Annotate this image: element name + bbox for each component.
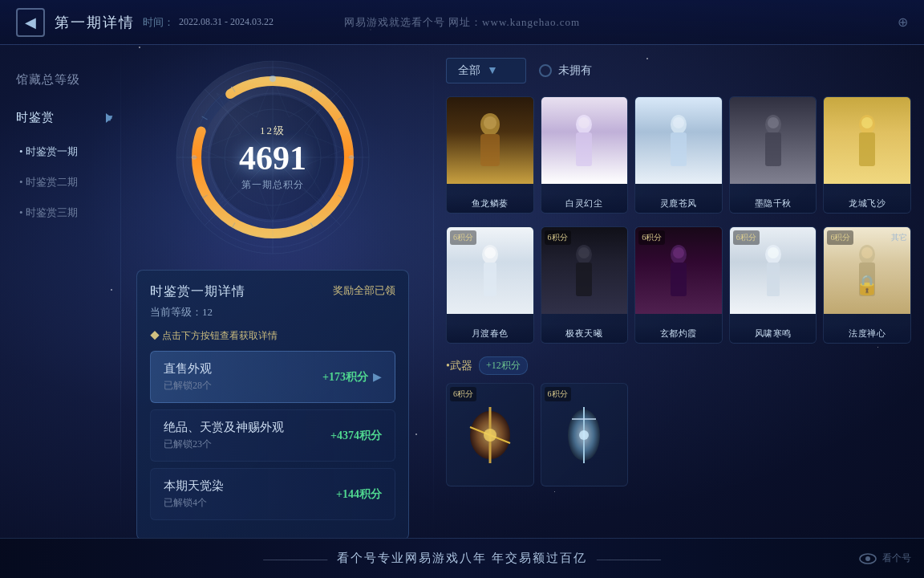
costume-name-fadu: 法度禅心 xyxy=(824,324,910,343)
weapon2-img xyxy=(556,403,612,467)
filter-dropdown[interactable]: 全部 ▼ xyxy=(446,58,526,83)
weapon-section-header: •武器 +12积分 xyxy=(446,356,911,375)
weapon1-points: 6积分 xyxy=(450,387,476,401)
svg-rect-50 xyxy=(767,263,780,296)
header-subtitle-prefix: 时间： xyxy=(143,15,174,30)
svg-rect-29 xyxy=(576,132,592,166)
svg-point-62 xyxy=(579,430,589,440)
svg-point-48 xyxy=(673,247,684,258)
cat-premium-sub: 已解锁23个 xyxy=(164,438,284,451)
svg-rect-47 xyxy=(671,263,687,296)
weapon-points-badge: +12积分 xyxy=(479,356,528,375)
weapon1-img xyxy=(462,403,518,467)
costume-grid-row2: 6积分 月渡春色 6积分 极夜天曦 xyxy=(446,226,911,344)
banner-divider-right: ————— xyxy=(597,552,661,566)
weapon-card-1[interactable]: 6积分 xyxy=(446,383,534,486)
costume-card-longcheng[interactable]: 龙城飞沙 xyxy=(823,96,911,214)
cat-direct-sub: 已解锁28个 xyxy=(164,379,212,393)
costume-card-fengxiao[interactable]: 6积分 风啸寒鸣 xyxy=(729,226,817,344)
costume-card-yuedu[interactable]: 6积分 月渡春色 xyxy=(446,226,534,344)
costume-img-linglu xyxy=(635,97,722,184)
weapon-grid: 6积分 6积分 xyxy=(446,383,911,486)
logo-text: 看个号 xyxy=(882,552,911,565)
svg-point-58 xyxy=(484,429,496,442)
bottom-banner: ————— 看个号专业网易游戏八年 年交易额过百亿 ————— 看个号 xyxy=(0,538,924,578)
weapon-title: •武器 xyxy=(446,359,472,373)
svg-point-33 xyxy=(673,117,684,128)
page-title: 第一期详情 xyxy=(55,13,135,32)
costume-card-fadu[interactable]: 6积分 🔒 其它 法度禅心 xyxy=(823,226,911,344)
svg-point-36 xyxy=(768,117,779,128)
header: ◀ 第一期详情 时间： 2022.08.31 - 2024.03.22 网易游戏… xyxy=(0,0,924,45)
cat-direct-arrow: ▶ xyxy=(373,370,382,384)
costume-name-jiye: 极夜天曦 xyxy=(541,324,628,343)
costume-name-bailing: 白灵幻尘 xyxy=(541,194,628,213)
svg-rect-38 xyxy=(859,132,875,166)
svg-point-64 xyxy=(865,556,870,561)
sidebar-item-museum[interactable]: 馆藏总等级 xyxy=(0,61,120,99)
category-direct-sale[interactable]: 直售外观 已解锁28个 +173积分 ▶ xyxy=(150,351,395,403)
svg-point-45 xyxy=(578,247,590,258)
sidebar-sub-period1[interactable]: 时鉴赏一期 xyxy=(0,136,120,167)
lock-icon: 🔒 xyxy=(855,274,879,296)
other-label: 其它 xyxy=(891,232,907,243)
costume-name-yuedu: 月渡春色 xyxy=(447,324,533,343)
costume-card-bailing[interactable]: 白灵幻尘 xyxy=(541,96,629,214)
sidebar: 馆藏总等级 时鉴赏 ▼ 时鉴赏一期 时鉴赏二期 时鉴赏三期 xyxy=(0,45,120,538)
cat-direct-points: +173积分 xyxy=(322,370,368,385)
back-button[interactable]: ◀ xyxy=(16,8,45,37)
filter-toggle[interactable]: 未拥有 xyxy=(539,63,592,78)
svg-rect-44 xyxy=(576,263,592,296)
costume-name-yulong: 鱼龙鳞蒌 xyxy=(447,194,533,213)
sidebar-sub-period3[interactable]: 时鉴赏三期 xyxy=(0,197,120,228)
costume-img-moyin xyxy=(730,97,817,184)
costume-card-jiye[interactable]: 6积分 极夜天曦 xyxy=(541,226,629,344)
svg-rect-26 xyxy=(480,134,500,166)
weapon-card-2[interactable]: 6积分 xyxy=(541,383,629,486)
costume-card-xuandu[interactable]: 6积分 玄都灼霞 xyxy=(634,226,723,344)
cat-direct-name: 直售外观 xyxy=(164,361,212,377)
svg-point-27 xyxy=(484,116,496,129)
sidebar-sub-period2[interactable]: 时鉴赏二期 xyxy=(0,167,120,197)
costume-img-bailing xyxy=(541,97,628,184)
costume-img-longcheng xyxy=(824,97,910,184)
category-seasonal-dye[interactable]: 本期天觉染 已解锁4个 +144积分 xyxy=(150,468,395,520)
banner-divider-left: ————— xyxy=(263,552,327,566)
svg-point-39 xyxy=(861,117,873,128)
costume-card-yulong[interactable]: 鱼龙鳞蒌 xyxy=(446,96,534,214)
svg-rect-32 xyxy=(671,132,687,166)
cat-direct-left: 直售外观 已解锁28个 xyxy=(164,361,212,393)
weapon2-points: 6积分 xyxy=(545,387,571,401)
cat-premium-left: 绝品、天赏及神赐外观 已解锁23个 xyxy=(164,420,284,451)
costume-img-yulong xyxy=(447,97,533,184)
toggle-label: 未拥有 xyxy=(558,63,592,78)
svg-rect-35 xyxy=(765,132,781,166)
filter-row: 全部 ▼ 未拥有 xyxy=(446,58,911,83)
header-dates: 2022.08.31 - 2024.03.22 xyxy=(179,16,274,28)
center-panel: 12级 4691 第一期总积分 时鉴赏一期详情 奖励全部已领 当前等级：12 点… xyxy=(120,45,425,538)
costume-grid-row1: 鱼龙鳞蒌 白灵幻尘 灵鹿苍风 xyxy=(446,96,911,214)
dropdown-arrow-icon: ▼ xyxy=(487,64,498,77)
costume-card-linglu[interactable]: 灵鹿苍风 xyxy=(634,96,723,214)
cat-premium-points: +4374积分 xyxy=(330,429,382,443)
svg-point-42 xyxy=(484,247,496,258)
current-level: 当前等级：12 xyxy=(150,305,395,320)
costume-name-xuandu: 玄都灼霞 xyxy=(635,324,722,343)
header-right-icon: ⊕ xyxy=(898,14,908,30)
svg-point-54 xyxy=(861,247,873,258)
reward-label: 奖励全部已领 xyxy=(333,283,395,298)
costume-name-longcheng: 龙城飞沙 xyxy=(824,194,910,213)
info-panel-header: 时鉴赏一期详情 奖励全部已领 xyxy=(150,283,395,300)
costume-card-moyin[interactable]: 墨隐千秋 xyxy=(729,96,817,214)
sidebar-item-shijianshang[interactable]: 时鉴赏 ▼ xyxy=(0,99,120,136)
cat-dye-left: 本期天觉染 已解锁4个 xyxy=(164,478,224,510)
cat-premium-name: 绝品、天赏及神赐外观 xyxy=(164,420,284,435)
info-panel-title: 时鉴赏一期详情 xyxy=(150,283,245,300)
costume-name-moyin: 墨隐千秋 xyxy=(730,194,817,213)
category-premium[interactable]: 绝品、天赏及神赐外观 已解锁23个 +4374积分 xyxy=(150,409,395,462)
svg-point-30 xyxy=(578,117,590,128)
costume-name-fengxiao: 风啸寒鸣 xyxy=(730,324,817,343)
mandala-decoration xyxy=(168,53,377,262)
right-panel: 全部 ▼ 未拥有 鱼龙鳞蒌 xyxy=(433,45,924,538)
cat-dye-points: +144积分 xyxy=(336,487,382,502)
